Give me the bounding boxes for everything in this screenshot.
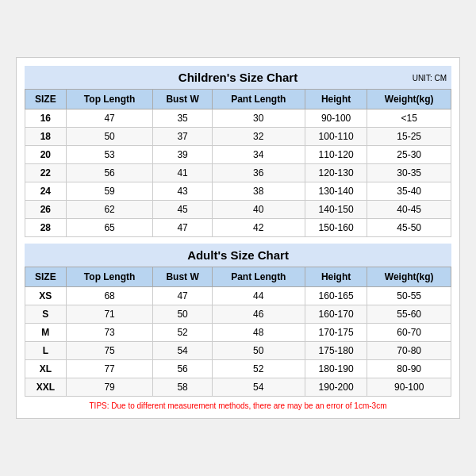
table-row: 18503732100-11015-25 [25, 128, 451, 146]
table-cell: 77 [66, 360, 153, 378]
table-cell: 39 [153, 146, 212, 164]
table-cell: 58 [153, 378, 212, 397]
tips-text: TIPS: Due to different measurement metho… [25, 401, 451, 410]
table-cell: 44 [212, 287, 305, 305]
table-cell: 160-165 [305, 287, 367, 305]
adults-section-title: Adult's Size Chart [25, 244, 451, 267]
table-cell: M [25, 324, 67, 342]
table-cell: 52 [153, 324, 212, 342]
table-cell: 150-160 [305, 219, 367, 237]
table-cell: 36 [212, 164, 305, 182]
table-cell: 50 [212, 342, 305, 360]
table-row: 20533934110-12025-30 [25, 146, 451, 164]
table-cell: 18 [25, 128, 67, 146]
table-row: M735248170-17560-70 [25, 324, 451, 342]
col-top-length: Top Length [66, 90, 153, 109]
table-cell: 120-130 [305, 164, 367, 182]
table-cell: 190-200 [305, 378, 367, 397]
table-cell: 50 [66, 128, 153, 146]
col-bust-w: Bust W [153, 267, 212, 287]
table-row: 1647353090-100<15 [25, 109, 451, 128]
table-row: 24594338130-14035-40 [25, 182, 451, 201]
table-row: 22564136120-13030-35 [25, 164, 451, 182]
adults-table: SIZE Top Length Bust W Pant Length Heigh… [25, 267, 451, 397]
table-cell: 54 [212, 378, 305, 397]
table-cell: 180-190 [305, 360, 367, 378]
table-cell: 40 [212, 201, 305, 219]
table-cell: 130-140 [305, 182, 367, 201]
table-cell: 59 [66, 182, 153, 201]
table-cell: 71 [66, 305, 153, 324]
table-cell: 68 [66, 287, 153, 305]
table-cell: 43 [153, 182, 212, 201]
adults-title-text: Adult's Size Chart [187, 248, 289, 262]
table-cell: 53 [66, 146, 153, 164]
table-cell: XL [25, 360, 67, 378]
table-cell: 56 [153, 360, 212, 378]
table-cell: 110-120 [305, 146, 367, 164]
table-cell: 90-100 [367, 378, 451, 397]
col-bust-w: Bust W [153, 90, 212, 109]
table-row: 26624540140-15040-45 [25, 201, 451, 219]
table-cell: 160-170 [305, 305, 367, 324]
table-cell: 47 [153, 219, 212, 237]
table-cell: 140-150 [305, 201, 367, 219]
table-cell: 75 [66, 342, 153, 360]
table-cell: XXL [25, 378, 67, 397]
table-cell: 30 [212, 109, 305, 128]
table-cell: 46 [212, 305, 305, 324]
table-cell: 15-25 [367, 128, 451, 146]
table-cell: 22 [25, 164, 67, 182]
table-cell: 40-45 [367, 201, 451, 219]
table-row: XL775652180-19080-90 [25, 360, 451, 378]
table-cell: 45 [153, 201, 212, 219]
table-cell: 35-40 [367, 182, 451, 201]
table-cell: XS [25, 287, 67, 305]
chart-container: Children's Size Chart UNIT: CM SIZE Top … [16, 57, 460, 419]
table-cell: 41 [153, 164, 212, 182]
children-title-text: Children's Size Chart [178, 71, 298, 84]
adults-header-row: SIZE Top Length Bust W Pant Length Heigh… [25, 267, 451, 287]
table-cell: L [25, 342, 67, 360]
table-cell: 79 [66, 378, 153, 397]
table-cell: 80-90 [367, 360, 451, 378]
children-header-row: SIZE Top Length Bust W Pant Length Heigh… [25, 90, 451, 109]
table-cell: 47 [153, 287, 212, 305]
table-cell: 38 [212, 182, 305, 201]
col-pant-length: Pant Length [212, 90, 305, 109]
table-cell: 30-35 [367, 164, 451, 182]
table-cell: S [25, 305, 67, 324]
unit-label: UNIT: CM [413, 73, 447, 82]
table-row: S715046160-17055-60 [25, 305, 451, 324]
table-cell: 65 [66, 219, 153, 237]
table-cell: 50-55 [367, 287, 451, 305]
table-cell: 34 [212, 146, 305, 164]
table-cell: 24 [25, 182, 67, 201]
table-row: 28654742150-16045-50 [25, 219, 451, 237]
table-cell: 25-30 [367, 146, 451, 164]
table-cell: 20 [25, 146, 67, 164]
table-cell: 28 [25, 219, 67, 237]
table-cell: 42 [212, 219, 305, 237]
table-cell: 62 [66, 201, 153, 219]
table-cell: 70-80 [367, 342, 451, 360]
table-cell: 16 [25, 109, 67, 128]
table-cell: 55-60 [367, 305, 451, 324]
table-cell: 37 [153, 128, 212, 146]
table-cell: 60-70 [367, 324, 451, 342]
col-weight: Weight(kg) [367, 267, 451, 287]
table-cell: 45-50 [367, 219, 451, 237]
table-row: L755450175-18070-80 [25, 342, 451, 360]
table-cell: 26 [25, 201, 67, 219]
table-cell: <15 [367, 109, 451, 128]
table-cell: 35 [153, 109, 212, 128]
col-size: SIZE [25, 267, 67, 287]
col-height: Height [305, 267, 367, 287]
table-cell: 48 [212, 324, 305, 342]
col-pant-length: Pant Length [212, 267, 305, 287]
children-table: SIZE Top Length Bust W Pant Length Heigh… [25, 89, 451, 237]
table-cell: 47 [66, 109, 153, 128]
table-cell: 90-100 [305, 109, 367, 128]
col-size: SIZE [25, 90, 67, 109]
col-top-length: Top Length [66, 267, 153, 287]
